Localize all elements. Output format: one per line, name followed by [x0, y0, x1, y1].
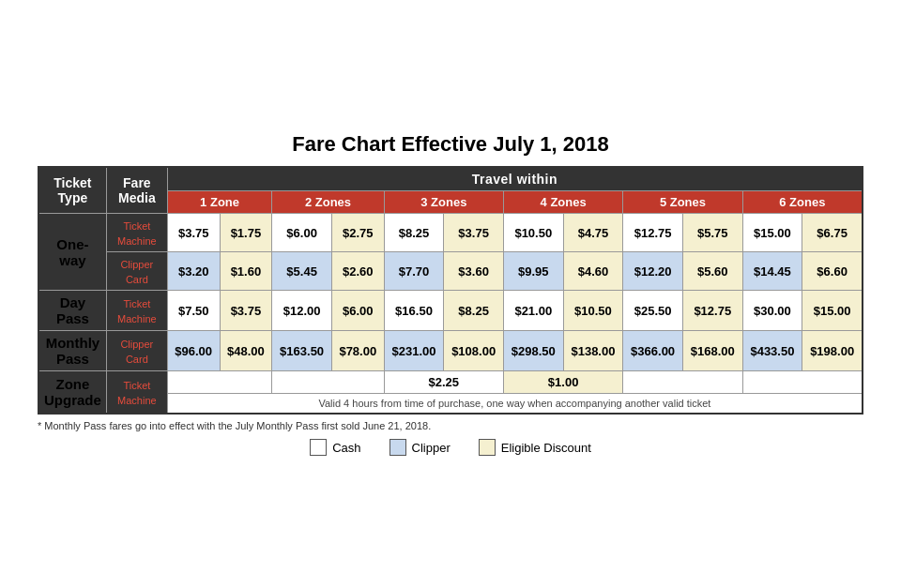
one-way-clipper-row: Clipper Card $3.20 $1.60 $5.45 $2.60 $7.…: [38, 252, 863, 291]
monthly-z6-clipper: $433.50: [742, 331, 802, 371]
ticket-type-zone-upgrade: Zone Upgrade: [38, 371, 106, 415]
legend: Cash Clipper Eligible Discount: [38, 439, 863, 456]
col-header-ticket-type: Ticket Type: [38, 167, 106, 214]
col-header-fare-media: Fare Media: [106, 167, 167, 214]
zone-upgrade-z1-empty: [167, 371, 271, 394]
oneway-tm-z3-cash: $8.25: [384, 214, 444, 252]
zone-upgrade-note: Valid 4 hours from time of purchase, one…: [167, 394, 863, 415]
legend-clipper: Clipper: [389, 439, 450, 456]
zone-upgrade-z4-price: $1.00: [503, 371, 622, 394]
zone-upgrade-price-row: Zone Upgrade Ticket Machine $2.25 $1.00: [38, 371, 863, 394]
monthly-z5-discount: $168.00: [682, 331, 742, 371]
oneway-tm-z4-cash: $10.50: [503, 214, 563, 252]
fare-media-zone-upgrade: Ticket Machine: [106, 371, 167, 415]
oneway-cc-z4-discount: $4.60: [563, 252, 623, 291]
oneway-cc-z4-clipper: $9.95: [503, 252, 563, 291]
ticket-type-monthlypass: Monthly Pass: [38, 331, 106, 371]
oneway-tm-z5-cash: $12.75: [623, 214, 683, 252]
daypass-z3-cash: $16.50: [384, 291, 444, 331]
monthly-z6-discount: $198.00: [802, 331, 863, 371]
legend-discount: Eligible Discount: [479, 439, 591, 456]
oneway-tm-z1-discount: $1.75: [220, 214, 272, 252]
oneway-tm-z2-discount: $2.75: [331, 214, 384, 252]
one-way-ticket-machine-row: One-way Ticket Machine $3.75 $1.75 $6.00…: [38, 214, 863, 252]
oneway-cc-z5-clipper: $12.20: [623, 252, 683, 291]
zone-upgrade-z2-empty: [272, 371, 384, 394]
monthly-z4-discount: $138.00: [563, 331, 623, 371]
oneway-cc-z3-clipper: $7.70: [384, 252, 444, 291]
daypass-z4-discount: $10.50: [563, 291, 623, 331]
daypass-z4-cash: $21.00: [503, 291, 563, 331]
daypass-z6-discount: $15.00: [802, 291, 863, 331]
legend-label-cash: Cash: [332, 441, 360, 455]
oneway-cc-z5-discount: $5.60: [682, 252, 742, 291]
monthly-z2-clipper: $163.50: [272, 331, 332, 371]
oneway-cc-z2-clipper: $5.45: [272, 252, 332, 291]
header-travel-within: Travel within: [167, 167, 863, 191]
oneway-tm-z5-discount: $5.75: [682, 214, 742, 252]
fare-media-daypass: Ticket Machine: [106, 291, 167, 331]
monthly-z3-discount: $108.00: [444, 331, 504, 371]
daypass-z6-cash: $30.00: [742, 291, 802, 331]
daypass-z1-discount: $3.75: [220, 291, 272, 331]
header-zone-3: 3 Zones: [384, 191, 503, 214]
zone-upgrade-z6-empty: [742, 371, 863, 394]
monthly-pass-row: Monthly Pass Clipper Card $96.00 $48.00 …: [38, 331, 863, 371]
legend-box-cash: [310, 439, 327, 456]
oneway-tm-z1-cash: $3.75: [167, 214, 220, 252]
oneway-cc-z6-discount: $6.60: [802, 252, 863, 291]
fare-media-clipper-oneway: Clipper Card: [106, 252, 167, 291]
legend-cash: Cash: [310, 439, 360, 456]
monthly-z1-clipper: $96.00: [167, 331, 220, 371]
fare-media-ticket-machine-oneway: Ticket Machine: [106, 214, 167, 252]
legend-label-clipper: Clipper: [412, 441, 450, 455]
header-zone-6: 6 Zones: [742, 191, 863, 214]
zone-upgrade-z3-price: $2.25: [384, 371, 503, 394]
oneway-tm-z3-discount: $3.75: [444, 214, 504, 252]
fare-table: Ticket Type Fare Media Travel within 1 Z…: [38, 166, 863, 415]
oneway-cc-z2-discount: $2.60: [331, 252, 384, 291]
footer-note: * Monthly Pass fares go into effect with…: [38, 420, 863, 431]
monthly-z4-clipper: $298.50: [503, 331, 563, 371]
legend-label-discount: Eligible Discount: [501, 441, 591, 455]
oneway-tm-z6-cash: $15.00: [742, 214, 802, 252]
header-zone-1: 1 Zone: [167, 191, 271, 214]
legend-box-clipper: [389, 439, 406, 456]
header-zone-5: 5 Zones: [623, 191, 742, 214]
oneway-cc-z6-clipper: $14.45: [742, 252, 802, 291]
legend-box-discount: [479, 439, 496, 456]
oneway-tm-z6-discount: $6.75: [802, 214, 863, 252]
day-pass-row: Day Pass Ticket Machine $7.50 $3.75 $12.…: [38, 291, 863, 331]
daypass-z1-cash: $7.50: [167, 291, 220, 331]
oneway-tm-z2-cash: $6.00: [272, 214, 332, 252]
daypass-z5-discount: $12.75: [682, 291, 742, 331]
oneway-cc-z3-discount: $3.60: [444, 252, 504, 291]
oneway-cc-z1-clipper: $3.20: [167, 252, 220, 291]
monthly-z3-clipper: $231.00: [384, 331, 444, 371]
fare-media-monthlypass: Clipper Card: [106, 331, 167, 371]
oneway-tm-z4-discount: $4.75: [563, 214, 623, 252]
daypass-z5-cash: $25.50: [623, 291, 683, 331]
oneway-cc-z1-discount: $1.60: [220, 252, 272, 291]
zone-upgrade-z5-empty: [623, 371, 742, 394]
ticket-type-oneway: One-way: [38, 214, 106, 291]
monthly-z2-discount: $78.00: [331, 331, 384, 371]
daypass-z2-cash: $12.00: [272, 291, 332, 331]
header-zone-4: 4 Zones: [503, 191, 622, 214]
monthly-z1-discount: $48.00: [220, 331, 272, 371]
page-title: Fare Chart Effective July 1, 2018: [38, 132, 863, 157]
header-zone-2: 2 Zones: [272, 191, 384, 214]
daypass-z3-discount: $8.25: [444, 291, 504, 331]
ticket-type-daypass: Day Pass: [38, 291, 106, 331]
monthly-z5-clipper: $366.00: [623, 331, 683, 371]
page-wrapper: Fare Chart Effective July 1, 2018 Ticket…: [28, 123, 873, 465]
daypass-z2-discount: $6.00: [331, 291, 384, 331]
